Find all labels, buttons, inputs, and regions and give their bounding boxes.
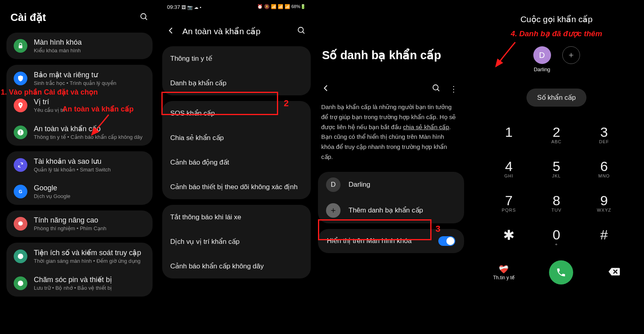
sos-icon: [14, 126, 27, 139]
dialer-key-4[interactable]: 4GHI: [485, 153, 533, 184]
safety-item[interactable]: Cảnh báo thiết bị theo dõi không xác địn…: [162, 175, 311, 199]
dialer-key-3[interactable]: 3DEF: [580, 119, 628, 150]
heart-icon: ❤️‍🩹: [493, 264, 514, 274]
medical-info-button[interactable]: ❤️‍🩹 Th.tin y tế: [493, 264, 514, 280]
plus-icon: [326, 203, 341, 218]
sync-icon: [14, 158, 27, 172]
svg-text:G: G: [19, 189, 23, 194]
emergency-call-panel: Cuộc gọi khẩn cấp 4. Danh bạ đã được thê…: [469, 0, 644, 334]
phone-icon: [556, 267, 566, 278]
settings-item-battery[interactable]: Chăm sóc pin và thiết bịLưu trữ • Bộ nhớ…: [6, 270, 153, 297]
settings-item-sos[interactable]: An toàn và khẩn cấpThông tin y tế • Cảnh…: [6, 119, 153, 146]
emergency-contacts-panel: Số danh bạ khẩn cấp ⋮ Danh bạ khẩn cấp l…: [314, 0, 469, 334]
safety-emergency-panel: 09:37 🖼 📷 ☁ • ⏰ 🔕 📶 📶 📶 68%🔋 An toàn và …: [159, 0, 314, 334]
settings-list: Màn hình khóaKiểu khóa màn hình Bảo mật …: [0, 33, 159, 297]
contact-name: Darling: [349, 181, 456, 189]
dialer-key-7[interactable]: 7PQRS: [485, 187, 533, 218]
back-icon[interactable]: [167, 27, 175, 36]
lock-icon: [14, 39, 27, 53]
svg-line-1: [145, 18, 147, 20]
svg-point-3: [20, 103, 21, 105]
search-icon[interactable]: [140, 12, 149, 23]
emergency-call-title: Cuộc gọi khẩn cấp: [469, 0, 644, 28]
safety-list: Thông tin y tếDanh bạ khẩn cấpSOS khẩn c…: [159, 46, 314, 278]
show-on-lockscreen-toggle-row[interactable]: Hiển thị trên Màn hình khóa: [318, 229, 464, 253]
contact-avatar: D: [533, 46, 551, 64]
battery-icon: [14, 276, 27, 290]
settings-item-sync[interactable]: Tài khoản và sao lưuQuản lý tài khoản • …: [6, 151, 153, 178]
svg-point-9: [18, 254, 23, 259]
add-contact-button[interactable]: [562, 46, 580, 64]
more-icon[interactable]: ⋮: [450, 84, 458, 94]
settings-panel: Cài đặt Màn hình khóaKiểu khóa màn hình …: [0, 0, 159, 334]
safety-item[interactable]: Cảnh báo khẩn cấp không dây: [162, 254, 311, 278]
svg-point-0: [141, 13, 146, 19]
dialer-key-6[interactable]: 6MNO: [580, 153, 628, 184]
gear-icon: [14, 217, 27, 231]
google-icon: G: [14, 185, 27, 198]
dialer-key-1[interactable]: 1: [485, 119, 533, 150]
dialer-key-0[interactable]: 0+: [533, 221, 580, 252]
settings-item-gear[interactable]: Tính năng nâng caoPhòng thí nghiệm • Phí…: [6, 210, 153, 237]
safety-item[interactable]: Tắt thông báo khi lái xe: [162, 205, 311, 229]
add-contact-label: Thêm danh bạ khẩn cấp: [349, 206, 456, 214]
settings-item-google[interactable]: G GoogleDịch vụ Google: [6, 178, 153, 205]
wellbeing-icon: [14, 249, 27, 263]
shield-icon: [14, 72, 27, 85]
safety-item[interactable]: Danh bạ khẩn cấp: [162, 71, 311, 95]
emergency-number-pill[interactable]: Số khẩn cấp: [526, 89, 586, 107]
contact-avatar: D: [326, 177, 341, 192]
plus-icon: [562, 46, 580, 64]
dialer-key-8[interactable]: 8TUV: [533, 187, 580, 218]
dialer-key-✱[interactable]: ✱: [485, 221, 533, 252]
add-emergency-contact-button[interactable]: Thêm danh bạ khẩn cấp: [318, 198, 464, 223]
call-button[interactable]: [549, 260, 573, 285]
backspace-button[interactable]: [608, 267, 620, 278]
safety-item[interactable]: Dịch vụ vị trí khẩn cấp: [162, 229, 311, 254]
status-bar: 09:37 🖼 📷 ☁ • ⏰ 🔕 📶 📶 📶 68%🔋: [159, 0, 314, 10]
svg-rect-2: [19, 45, 23, 49]
annotation-step1b: An toàn và khẩn cấp: [62, 105, 134, 113]
dialer-key-5[interactable]: 5JKL: [533, 153, 580, 184]
back-icon[interactable]: [322, 84, 330, 94]
annotation-step4: 4. Danh bạ đã được thêm: [469, 28, 644, 42]
dialer-key-#[interactable]: #: [580, 221, 628, 252]
svg-line-12: [303, 32, 305, 34]
pin-icon: [14, 99, 27, 112]
saved-contact-darling[interactable]: D Darling: [533, 46, 551, 72]
dialer-key-9[interactable]: 9WXYZ: [580, 187, 628, 218]
svg-point-10: [18, 280, 23, 286]
search-icon[interactable]: [432, 84, 441, 94]
svg-line-14: [438, 89, 440, 91]
svg-rect-6: [20, 134, 21, 134]
contact-row-darling[interactable]: D Darling: [318, 172, 464, 198]
settings-title: Cài đặt: [10, 11, 46, 24]
svg-point-13: [433, 85, 438, 90]
svg-rect-5: [20, 130, 21, 133]
annotation-step1: 1. Vào phần Cài đặt và chọn: [1, 88, 157, 97]
dialer-key-2[interactable]: 2ABC: [533, 119, 580, 150]
search-icon[interactable]: [297, 26, 306, 37]
safety-item[interactable]: Chia sẻ khẩn cấp: [162, 126, 311, 150]
svg-point-11: [298, 27, 303, 33]
emergency-contacts-description: Danh bạ khẩn cấp là những người bạn tin …: [314, 102, 469, 172]
safety-title: An toàn và khẩn cấp: [182, 27, 290, 36]
annotation-step3: 3: [436, 224, 440, 234]
contact-name: Darling: [533, 66, 551, 72]
settings-item-lock[interactable]: Màn hình khóaKiểu khóa màn hình: [6, 33, 153, 59]
toggle-switch-on[interactable]: [438, 236, 455, 246]
toggle-label: Hiển thị trên Màn hình khóa: [327, 237, 438, 245]
backspace-icon: [608, 267, 620, 276]
safety-item[interactable]: Cảnh báo động đất: [162, 150, 311, 175]
annotation-step2: 2: [284, 98, 289, 109]
settings-item-wellbeing[interactable]: Tiện ích số và kiểm soát truy cậpThời gi…: [6, 243, 153, 270]
dialer-keypad: 12ABC3DEF4GHI5JKL6MNO7PQRS8TUV9WXYZ✱0+#: [469, 119, 644, 252]
safety-item[interactable]: Thông tin y tế: [162, 46, 311, 71]
emergency-contacts-title: Số danh bạ khẩn cấp: [314, 0, 469, 78]
